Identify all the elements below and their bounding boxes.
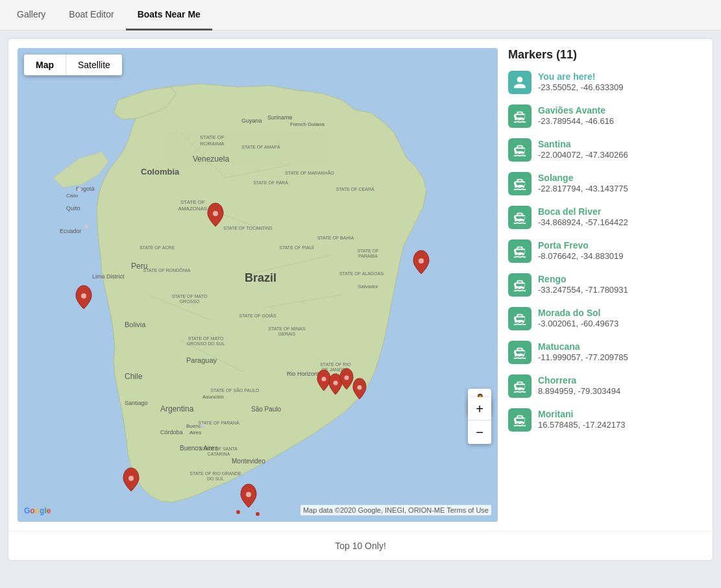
svg-text:STATE OF MARANHÃO: STATE OF MARANHÃO: [285, 170, 334, 175]
svg-text:Santiago: Santiago: [125, 400, 148, 406]
marker-name: Solange: [538, 172, 628, 184]
svg-text:French Guiana: French Guiana: [290, 121, 324, 127]
svg-text:STATE OF RIO GRANDE: STATE OF RIO GRANDE: [189, 471, 241, 476]
marker-info: Morada do Sol -3.002061, -60.49673: [538, 307, 618, 328]
markers-title: Markers (11): [508, 48, 703, 62]
marker-name: Gaviões Avante: [538, 104, 614, 116]
marker-info: Chorrera 8.894959, -79.303494: [538, 374, 620, 396]
marker-name: Matucana: [538, 341, 628, 352]
marker-name: Boca del River: [538, 206, 628, 217]
marker-item[interactable]: You are here! -23.55052, -46.633309: [508, 71, 703, 94]
marker-coords: -23.55052, -46.633309: [538, 82, 624, 92]
svg-text:Ecuador: Ecuador: [60, 228, 82, 234]
svg-text:STATE OF BAHIA: STATE OF BAHIA: [317, 236, 354, 240]
svg-text:Aires: Aires: [189, 430, 201, 435]
marker-name: Morada do Sol: [538, 307, 618, 319]
svg-text:Guyana: Guyana: [241, 117, 262, 124]
svg-text:Argentina: Argentina: [160, 404, 194, 413]
svg-text:STATE OF PARANÁ: STATE OF PARANÁ: [198, 420, 239, 425]
marker-info: You are here! -23.55052, -46.633309: [538, 71, 624, 92]
marker-icon: [508, 307, 532, 330]
svg-text:STATE OF SANTA: STATE OF SANTA: [200, 447, 238, 451]
svg-text:STATE OF TOCANTINS: STATE OF TOCANTINS: [223, 226, 273, 230]
marker-icon: [508, 273, 532, 297]
marker-item[interactable]: Morada do Sol -3.002061, -60.49673: [508, 307, 703, 330]
svg-text:GERAIS: GERAIS: [278, 332, 296, 336]
markers-panel: Markers (11) You are here! -23.55052, -4…: [508, 48, 703, 522]
svg-text:STATE OF: STATE OF: [357, 249, 378, 253]
zoom-in-button[interactable]: +: [468, 397, 491, 421]
marker-icon: [508, 71, 532, 94]
marker-item[interactable]: Chorrera 8.894959, -79.303494: [508, 374, 703, 398]
marker-info: Boca del River -34.868924, -57.164422: [538, 206, 628, 227]
marker-icon: [508, 104, 532, 128]
marker-item[interactable]: Moritani 16.578485, -17.242173: [508, 408, 703, 432]
svg-text:STATE OF PIAUÍ: STATE OF PIAUÍ: [279, 245, 313, 250]
marker-coords: -11.999057, -77.209785: [538, 352, 628, 362]
marker-info: Rengo -33.247554, -71.780931: [538, 273, 628, 295]
svg-text:Quito: Quito: [66, 205, 80, 212]
marker-info: Porta Frevo -8.076642, -34.883019: [538, 239, 624, 261]
marker-icon: [508, 239, 532, 263]
marker-item[interactable]: Boca del River -34.868924, -57.164422: [508, 206, 703, 229]
tab-boat-editor[interactable]: Boat Editor: [57, 0, 125, 31]
tab-gallery[interactable]: Gallery: [5, 0, 57, 31]
map-attribution: Map data ©2020 Google, INEGI, ORION-ME T…: [300, 505, 491, 515]
marker-item[interactable]: Santina -22.004072, -47.340266: [508, 138, 703, 162]
svg-point-66: [81, 293, 86, 299]
svg-text:STATE OF AMAPÁ: STATE OF AMAPÁ: [241, 144, 280, 149]
svg-text:Asunción: Asunción: [202, 394, 224, 400]
svg-text:Brazil: Brazil: [245, 271, 276, 284]
marker-coords: -3.002061, -60.49673: [538, 319, 618, 328]
svg-text:Montevideo: Montevideo: [232, 458, 265, 465]
map-toggle: Map Satellite: [24, 55, 122, 75]
svg-text:Suriname: Suriname: [267, 114, 293, 121]
marker-name: You are here!: [538, 71, 624, 82]
marker-coords: 16.578485, -17.242173: [538, 420, 625, 430]
svg-text:STATE OF MATO: STATE OF MATO: [172, 294, 208, 299]
marker-item[interactable]: Matucana -11.999057, -77.209785: [508, 341, 703, 364]
svg-point-78: [77, 188, 81, 191]
marker-item[interactable]: Rengo -33.247554, -71.780931: [508, 273, 703, 297]
svg-point-75: [256, 512, 260, 516]
svg-text:STATE OF PARÁ: STATE OF PARÁ: [253, 180, 288, 185]
marker-coords: -22.004072, -47.340266: [538, 150, 628, 160]
svg-text:Paraguay: Paraguay: [186, 356, 217, 364]
svg-text:São Paulo: São Paulo: [251, 406, 282, 413]
marker-icon: [508, 408, 532, 432]
marker-name: Santina: [538, 138, 628, 150]
svg-point-76: [201, 424, 204, 428]
map-view-button[interactable]: Map: [24, 55, 66, 75]
svg-point-70: [345, 376, 349, 380]
svg-point-65: [213, 211, 218, 216]
marker-info: Matucana -11.999057, -77.209785: [538, 341, 628, 362]
svg-text:STATE OF ACRE: STATE OF ACRE: [140, 245, 175, 250]
svg-point-67: [419, 258, 424, 263]
marker-coords: -34.868924, -57.164422: [538, 217, 628, 227]
marker-item[interactable]: Solange -22.817794, -43.143775: [508, 172, 703, 195]
marker-coords: -8.076642, -34.883019: [538, 251, 624, 261]
marker-coords: -22.817794, -43.143775: [538, 184, 628, 193]
content-area: Colombia Venezuela Brazil Peru Bolivia C…: [8, 39, 713, 531]
svg-point-71: [358, 386, 362, 390]
tab-boats-near-me[interactable]: Boats Near Me: [126, 0, 212, 31]
marker-info: Santina -22.004072, -47.340266: [538, 138, 628, 160]
svg-point-72: [128, 476, 134, 481]
svg-text:Colombia: Colombia: [141, 167, 180, 177]
svg-text:Chile: Chile: [125, 372, 143, 381]
zoom-out-button[interactable]: −: [468, 421, 491, 444]
marker-item[interactable]: Porta Frevo -8.076642, -34.883019: [508, 239, 703, 263]
svg-text:STATE OF ALAGOAS: STATE OF ALAGOAS: [339, 271, 384, 276]
svg-text:PARAÍBA: PARAÍBA: [358, 253, 378, 258]
marker-item[interactable]: Gaviões Avante -23.789544, -46.616: [508, 104, 703, 128]
svg-text:STATE OF MINAS: STATE OF MINAS: [268, 326, 306, 331]
svg-text:STATE OF MATO: STATE OF MATO: [188, 336, 224, 341]
svg-text:STATE OF CEARÁ: STATE OF CEARÁ: [336, 186, 374, 191]
svg-text:Calio: Calio: [66, 193, 79, 199]
svg-text:Rio Horizonte: Rio Horizonte: [287, 371, 323, 377]
svg-text:CATARINA: CATARINA: [208, 452, 230, 456]
svg-text:Lima District: Lima District: [92, 273, 125, 280]
main-card: Colombia Venezuela Brazil Peru Bolivia C…: [8, 38, 713, 561]
satellite-view-button[interactable]: Satellite: [66, 55, 122, 75]
marker-coords: -23.789544, -46.616: [538, 116, 614, 126]
